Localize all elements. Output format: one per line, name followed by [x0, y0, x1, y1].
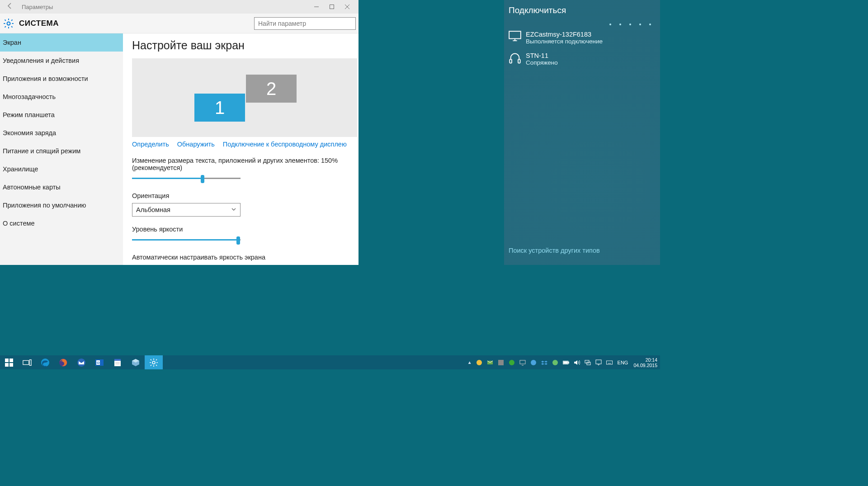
task-view-button[interactable] [18, 355, 36, 369]
network-icon[interactable] [584, 359, 592, 367]
display-icon [509, 31, 521, 41]
chevron-down-icon [231, 206, 236, 213]
firefox-icon[interactable] [54, 355, 72, 369]
svg-point-28 [152, 361, 155, 364]
svg-rect-38 [568, 362, 569, 363]
svg-rect-43 [596, 360, 601, 364]
scale-slider[interactable] [132, 174, 241, 183]
svg-point-35 [531, 360, 536, 365]
maximize-button[interactable] [324, 1, 340, 12]
svg-rect-14 [23, 360, 29, 364]
monitor-1[interactable]: 1 [194, 94, 245, 122]
sidebar-item-about[interactable]: О системе [0, 214, 123, 232]
detect-link[interactable]: Обнаружить [177, 141, 215, 148]
minimize-button[interactable] [309, 1, 324, 12]
sidebar-item-label: Приложения по умолчанию [3, 202, 86, 209]
outlook-icon[interactable]: O [90, 355, 108, 369]
sidebar-item-storage[interactable]: Хранилище [0, 160, 123, 178]
clock[interactable]: 20:14 04.09.2015 [633, 357, 657, 368]
svg-rect-9 [518, 59, 520, 63]
wireless-display-link[interactable]: Подключение к беспроводному дисплею [223, 141, 347, 148]
svg-rect-5 [509, 31, 521, 38]
svg-rect-31 [498, 360, 504, 365]
sidebar-item-display[interactable]: Экран [0, 33, 123, 52]
sidebar: Экран Уведомления и действия Приложения … [0, 33, 123, 265]
virtualbox-icon[interactable] [127, 355, 145, 369]
svg-point-36 [552, 360, 558, 365]
language-indicator[interactable]: ENG [618, 360, 628, 365]
svg-point-29 [476, 360, 482, 365]
settings-taskbar-button[interactable] [145, 355, 163, 369]
display-link-row: Определить Обнаружить Подключение к бесп… [132, 141, 359, 148]
brightness-label: Уровень яркости [132, 226, 359, 233]
tray-mail-icon[interactable] [486, 359, 494, 367]
back-button[interactable] [4, 2, 16, 11]
sidebar-item-battery-saver[interactable]: Экономия заряда [0, 124, 123, 142]
device-name: EZCastmsy-132F6183 [526, 31, 603, 38]
clock-date: 04.09.2015 [633, 363, 657, 368]
sidebar-item-default-apps[interactable]: Приложения по умолчанию [0, 196, 123, 214]
tray-app-icon[interactable] [551, 359, 559, 367]
svg-marker-40 [574, 360, 577, 365]
sidebar-item-tablet-mode[interactable]: Режим планшета [0, 106, 123, 124]
sidebar-item-label: Экономия заряда [3, 129, 56, 137]
monitor-2[interactable]: 2 [246, 75, 297, 103]
progress-dots-icon [509, 24, 651, 25]
tray-overflow-icon[interactable]: ▲ [467, 360, 472, 365]
volume-icon[interactable] [573, 359, 581, 367]
search-other-devices-link[interactable]: Поиск устройств других типов [509, 247, 600, 254]
settings-window: Параметры СИСТЕМА Экран Уведомления и де… [0, 0, 359, 265]
sidebar-item-apps-features[interactable]: Приложения и возможности [0, 70, 123, 88]
monitor-preview[interactable]: 2 1 [132, 58, 357, 137]
sidebar-item-label: Автономные карты [3, 184, 61, 191]
sidebar-item-label: Питание и спящий режим [3, 147, 80, 155]
svg-rect-8 [509, 59, 512, 63]
sidebar-item-power-sleep[interactable]: Питание и спящий режим [0, 142, 123, 160]
device-status: Выполняется подключение [526, 38, 603, 45]
orientation-select[interactable]: Альбомная [132, 203, 241, 217]
header-row: СИСТЕМА [0, 14, 359, 33]
tray-monitor-icon[interactable] [519, 359, 527, 367]
notepad-icon[interactable] [108, 355, 127, 369]
action-center-icon[interactable] [594, 359, 603, 367]
sidebar-item-label: Приложения и возможности [3, 75, 88, 82]
start-button[interactable] [0, 355, 18, 369]
tray-app-icon[interactable] [497, 359, 505, 367]
gear-icon [3, 18, 14, 29]
svg-rect-12 [5, 363, 9, 367]
close-button[interactable] [340, 1, 355, 12]
headphones-icon [509, 52, 521, 62]
keyboard-icon[interactable] [605, 359, 613, 367]
svg-rect-23 [114, 359, 121, 361]
tray-app-icon[interactable] [475, 359, 483, 367]
sidebar-item-notifications[interactable]: Уведомления и действия [0, 52, 123, 70]
svg-point-18 [77, 359, 85, 367]
edge-icon[interactable] [36, 355, 54, 369]
content-row: Экран Уведомления и действия Приложения … [0, 33, 359, 265]
tray-app-icon[interactable] [529, 359, 538, 367]
brightness-slider[interactable] [132, 236, 241, 245]
svg-rect-39 [563, 361, 567, 363]
device-row[interactable]: STN-11 Сопряжено [509, 48, 656, 70]
tray-app-icon[interactable] [508, 359, 516, 367]
orientation-label: Ориентация [132, 192, 359, 199]
sidebar-item-label: Многозадачность [3, 93, 56, 100]
battery-icon[interactable] [562, 359, 570, 367]
auto-brightness-label: Автоматически настраивать яркость экрана [132, 254, 359, 261]
device-name: STN-11 [526, 52, 558, 59]
identify-link[interactable]: Определить [132, 141, 169, 148]
sidebar-item-label: Хранилище [3, 165, 38, 173]
svg-rect-33 [520, 360, 525, 364]
thunderbird-icon[interactable] [72, 355, 90, 369]
tray-dropbox-icon[interactable] [540, 359, 548, 367]
main-panel: Настройте ваш экран 2 1 Определить Обнар… [123, 33, 359, 265]
sidebar-item-label: О системе [3, 220, 34, 227]
device-row[interactable]: EZCastmsy-132F6183 Выполняется подключен… [509, 27, 656, 48]
sidebar-item-multitasking[interactable]: Многозадачность [0, 88, 123, 106]
search-box[interactable] [254, 17, 356, 30]
search-input[interactable] [255, 20, 355, 27]
sidebar-item-label: Уведомления и действия [3, 57, 79, 64]
section-title: СИСТЕМА [19, 19, 254, 28]
sidebar-item-offline-maps[interactable]: Автономные карты [0, 178, 123, 196]
svg-point-32 [509, 360, 514, 365]
